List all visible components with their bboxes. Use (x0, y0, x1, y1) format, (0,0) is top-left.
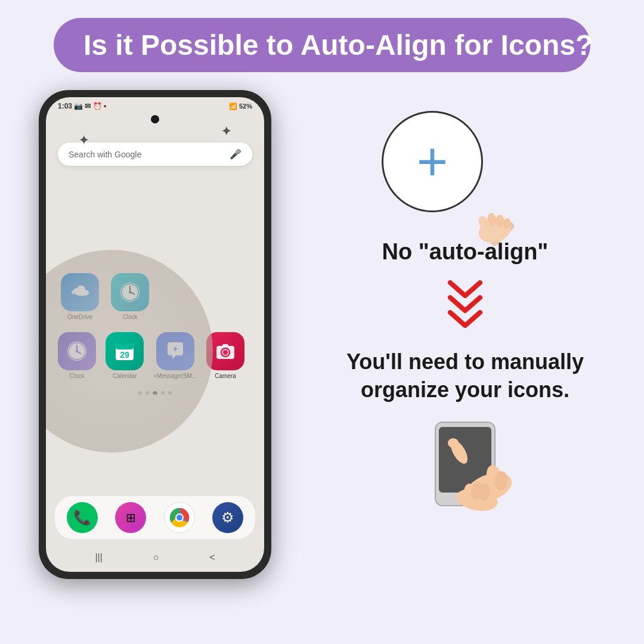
search-text: Search with Google (69, 150, 141, 159)
dock-settings-icon: ⚙ (212, 502, 243, 533)
header-banner: Is it Possible to Auto-Align for Icons? (54, 18, 590, 72)
chevrons (444, 277, 486, 336)
status-icons: 📷 ✉ ⏰ • (74, 102, 106, 110)
plus-icon: + (417, 135, 448, 188)
right-panel: + No "auto-align" (304, 84, 626, 512)
mic-icon: 🎤 (230, 148, 242, 160)
dock-settings[interactable]: ⚙ (212, 502, 243, 533)
magnifier-area: + (382, 96, 549, 227)
svg-point-20 (177, 515, 182, 521)
camera-label: Camera (215, 373, 236, 379)
nav-back[interactable]: < (209, 552, 215, 563)
dock-apps[interactable]: ⊞ (115, 502, 146, 533)
dock-apps-icon: ⊞ (115, 502, 146, 533)
dock-chrome[interactable] (164, 502, 195, 533)
status-bar: 1:03 📷 ✉ ⏰ • 📶 52% (46, 97, 264, 113)
nav-bar: ||| ○ < (46, 549, 264, 566)
nav-recent[interactable]: ||| (95, 552, 102, 563)
phone-container: 1:03 📷 ✉ ⏰ • 📶 52% ✦ ✦ Search with Googl… (18, 90, 292, 579)
camera-notch (151, 115, 159, 123)
phone-tap-illustration (405, 416, 525, 512)
magnifier-handle (459, 177, 531, 248)
dock: 📞 ⊞ (55, 496, 255, 539)
status-time: 1:03 (58, 102, 72, 110)
battery-text: 52% (239, 103, 252, 110)
phone-screen: 1:03 📷 ✉ ⏰ • 📶 52% ✦ ✦ Search with Googl… (46, 97, 264, 572)
svg-rect-11 (116, 343, 134, 349)
page-title: Is it Possible to Auto-Align for Icons? (83, 29, 561, 61)
dock-phone-icon: 📞 (67, 502, 98, 533)
sparkle-2: ✦ (221, 124, 231, 138)
status-right: 📶 52% (229, 103, 252, 110)
manual-text: You'll need to manually organize your ic… (346, 348, 584, 404)
calendar-icon: 29 (106, 332, 144, 370)
status-left: 1:03 📷 ✉ ⏰ • (58, 102, 106, 110)
phone-body: 1:03 📷 ✉ ⏰ • 📶 52% ✦ ✦ Search with Googl… (39, 90, 271, 579)
sparkle-1: ✦ (79, 133, 89, 147)
svg-text:29: 29 (120, 350, 129, 360)
nav-home[interactable]: ○ (153, 552, 159, 563)
dock-phone[interactable]: 📞 (67, 502, 98, 533)
dock-chrome-icon (164, 502, 195, 533)
main-content: 1:03 📷 ✉ ⏰ • 📶 52% ✦ ✦ Search with Googl… (0, 84, 644, 579)
svg-point-16 (223, 350, 228, 355)
wifi-icon: 📶 (229, 103, 237, 110)
svg-point-33 (448, 438, 459, 448)
svg-rect-17 (222, 344, 228, 347)
